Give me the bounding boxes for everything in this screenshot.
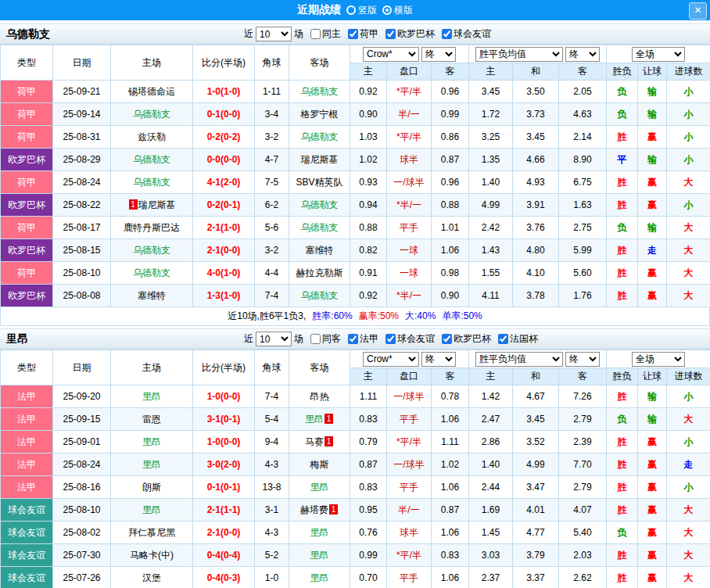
away-team-name: 格罗宁根 bbox=[301, 109, 339, 120]
match-count-select[interactable]: 10 bbox=[256, 332, 292, 346]
checkbox-icon[interactable] bbox=[310, 334, 321, 344]
avg-home-odds: 2.86 bbox=[469, 431, 513, 454]
filter-checkbox-4[interactable]: 法国杯 bbox=[498, 332, 538, 346]
avg-draw-odds: 3.78 bbox=[513, 285, 559, 307]
home-team: 汉堡 bbox=[111, 567, 193, 588]
away-odds: 1.06 bbox=[432, 567, 469, 588]
home-team-name: 雷恩 bbox=[142, 414, 161, 425]
match-row: 球会友谊25-07-26汉堡0-4(0-3)1-0里昂0.70平手1.062.3… bbox=[1, 567, 710, 588]
avg-draw-odds: 4.99 bbox=[513, 454, 559, 476]
corner-score: 3-2 bbox=[255, 239, 289, 262]
home-team: 里昂 bbox=[111, 454, 193, 476]
avg-away-odds: 2.03 bbox=[559, 544, 607, 567]
avg-home-odds: 2.37 bbox=[469, 567, 513, 588]
match-row: 法甲25-09-01里昂1-0(0-0)9-4马赛10.79*平/半1.112.… bbox=[1, 431, 710, 454]
scope-select[interactable]: 全场 bbox=[632, 47, 685, 62]
avg-type-select[interactable]: 胜平负均值 bbox=[475, 352, 563, 367]
checkbox-icon[interactable] bbox=[442, 29, 452, 39]
corner-score: 5-4 bbox=[255, 408, 289, 431]
away-team: 赫塔费1 bbox=[289, 499, 350, 522]
away-team-name: 里昂 bbox=[305, 414, 324, 425]
checkbox-icon[interactable] bbox=[498, 334, 508, 344]
handicap-result-cell: 赢 bbox=[638, 454, 667, 476]
avg-draw-odds: 4.93 bbox=[513, 171, 559, 194]
match-row: 荷甲25-08-17鹿特丹斯巴达2-1(1-0)5-6乌德勒支0.88平手1.0… bbox=[1, 217, 710, 239]
corner-score: 13-8 bbox=[255, 476, 289, 499]
away-odds: 1.02 bbox=[432, 454, 469, 476]
league-type: 欧罗巴杯 bbox=[1, 285, 53, 307]
layout-vertical-radio[interactable]: 竖版 bbox=[346, 4, 377, 17]
avg-draw-odds: 4.67 bbox=[513, 385, 559, 408]
avg-type-select[interactable]: 胜平负均值 bbox=[475, 47, 563, 62]
goals-result-cell: 大 bbox=[667, 544, 710, 567]
match-score: 1-0(0-0) bbox=[193, 385, 255, 408]
goals-result-cell: 大 bbox=[667, 522, 710, 544]
filter-checkbox-1[interactable]: 荷甲 bbox=[348, 27, 378, 41]
layout-horizontal-radio[interactable]: 横版 bbox=[382, 4, 413, 17]
match-count-select[interactable]: 10 bbox=[256, 27, 292, 41]
filter-checkbox-2[interactable]: 欧罗巴杯 bbox=[385, 27, 435, 41]
checkbox-icon[interactable] bbox=[385, 29, 396, 39]
league-type: 荷甲 bbox=[1, 103, 53, 126]
handicap-line: 一/球半 bbox=[387, 171, 432, 194]
avg-home-odds: 2.44 bbox=[469, 476, 513, 499]
checkbox-icon[interactable] bbox=[385, 334, 396, 344]
scope-select[interactable]: 全场 bbox=[632, 352, 685, 367]
avg-home-odds: 1.35 bbox=[469, 149, 513, 171]
odds-company-select[interactable]: Crow* bbox=[363, 352, 419, 367]
home-team-name: 乌德勒支 bbox=[133, 177, 170, 188]
result-cell: 胜 bbox=[607, 171, 638, 194]
filter-checkbox-0[interactable]: 同主 bbox=[310, 27, 341, 41]
match-date: 25-09-01 bbox=[53, 431, 111, 454]
home-odds: 0.79 bbox=[350, 431, 387, 454]
avg-final-select[interactable]: 终 bbox=[565, 47, 600, 62]
checkbox-icon[interactable] bbox=[348, 334, 358, 344]
away-odds: 1.06 bbox=[432, 522, 469, 544]
odds-final-select[interactable]: 终 bbox=[421, 47, 456, 62]
filter-label: 欧罗巴杯 bbox=[397, 27, 435, 41]
match-date: 25-08-10 bbox=[53, 499, 111, 522]
handicap-result-cell: 输 bbox=[638, 149, 667, 171]
filter-label: 欧罗巴杯 bbox=[454, 332, 491, 346]
filter-controls: 近10场同主荷甲欧罗巴杯球会友谊 bbox=[244, 27, 491, 41]
match-row: 法甲25-08-24里昂3-0(2-0)4-3梅斯0.87一/球半1.021.4… bbox=[1, 454, 710, 476]
checkbox-icon[interactable] bbox=[310, 29, 321, 39]
filter-checkbox-1[interactable]: 法甲 bbox=[348, 332, 378, 346]
checkbox-icon[interactable] bbox=[348, 29, 358, 39]
match-date: 25-08-16 bbox=[53, 476, 111, 499]
avg-home-odds: 1.72 bbox=[469, 103, 513, 126]
handicap-line: *平/半 bbox=[387, 544, 432, 567]
layout-vertical-label: 竖版 bbox=[358, 4, 377, 17]
close-icon[interactable]: ✕ bbox=[689, 2, 707, 20]
avg-away-odds: 5.40 bbox=[559, 522, 607, 544]
subcol-header-6: 胜负 bbox=[607, 63, 638, 81]
away-team: 里昂 bbox=[289, 567, 350, 588]
away-team-name: 赫拉克勒斯 bbox=[296, 267, 343, 278]
result-cell: 胜 bbox=[607, 126, 638, 149]
red-card-badge: 1 bbox=[129, 199, 138, 210]
home-team-name: 鹿特丹斯巴达 bbox=[124, 222, 180, 233]
summary-segment: 大:40% bbox=[405, 310, 436, 323]
handicap-line: 一球 bbox=[387, 239, 432, 262]
goals-result-cell: 大 bbox=[667, 285, 710, 307]
match-score: 2-1(1-1) bbox=[193, 499, 255, 522]
handicap-line: *平/半 bbox=[387, 126, 432, 149]
away-odds: 0.83 bbox=[432, 544, 469, 567]
handicap-line: 一/球半 bbox=[387, 385, 432, 408]
col-header-5: 客场 bbox=[289, 45, 350, 81]
match-score: 0-1(0-1) bbox=[193, 476, 255, 499]
team-name: 里昂 bbox=[6, 332, 28, 346]
filter-checkbox-3[interactable]: 欧罗巴杯 bbox=[442, 332, 491, 346]
goals-result-cell: 小 bbox=[667, 149, 710, 171]
filter-checkbox-2[interactable]: 球会友谊 bbox=[385, 332, 435, 346]
checkbox-icon[interactable] bbox=[442, 334, 452, 344]
filter-checkbox-0[interactable]: 同客 bbox=[310, 332, 341, 346]
away-team: 昂热 bbox=[289, 385, 350, 408]
avg-away-odds: 1.63 bbox=[559, 194, 607, 217]
odds-company-select[interactable]: Crow* bbox=[363, 47, 419, 62]
filter-checkbox-3[interactable]: 球会友谊 bbox=[442, 27, 491, 41]
home-team-name: 朗斯 bbox=[142, 482, 161, 493]
avg-final-select[interactable]: 终 bbox=[565, 352, 600, 367]
odds-final-select[interactable]: 终 bbox=[421, 352, 456, 367]
home-team-name: 拜仁慕尼黑 bbox=[128, 527, 175, 538]
